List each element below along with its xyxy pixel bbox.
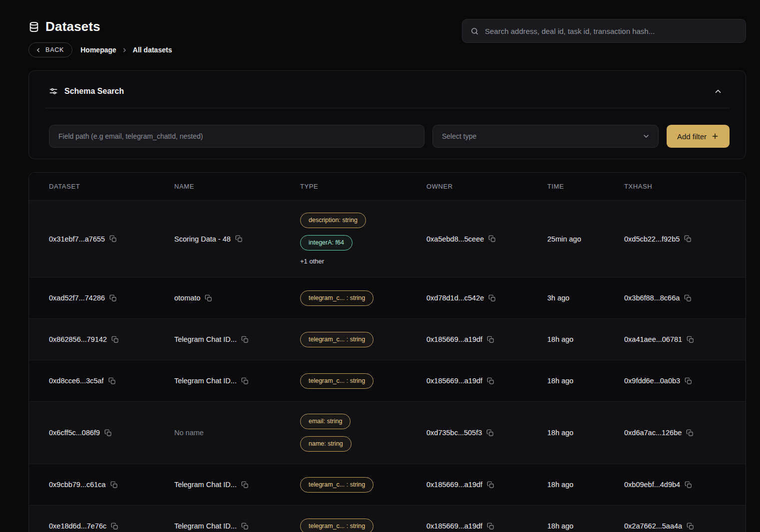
table-row[interactable]: 0x31ebf7...a7655Scoring Data - 48descrip…: [29, 200, 746, 277]
table-row[interactable]: 0x9cbb79...c61caTelegram Chat ID...teleg…: [29, 464, 746, 505]
copy-icon[interactable]: [687, 523, 694, 530]
table-row[interactable]: 0x6cff5c...086f9No nameemail: stringname…: [29, 401, 746, 464]
copy-icon[interactable]: [111, 336, 119, 343]
copy-icon[interactable]: [108, 377, 116, 385]
database-icon: [28, 21, 39, 32]
name-cell: otomato: [174, 294, 300, 302]
copy-icon[interactable]: [110, 481, 118, 489]
copy-icon[interactable]: [235, 235, 243, 243]
time-value: 25min ago: [547, 235, 581, 243]
copy-icon[interactable]: [487, 523, 494, 530]
txhash-value: 0x3b6f88...8c66a: [624, 294, 680, 302]
copy-icon[interactable]: [205, 294, 212, 302]
dataset-name: Telegram Chat ID...: [174, 481, 237, 489]
back-label: BACK: [45, 46, 64, 53]
dataset-cell: 0xe18d6d...7e76c: [49, 522, 174, 530]
name-cell: Scoring Data - 48: [174, 235, 300, 243]
txhash-value: 0xd5cb22...f92b5: [624, 235, 680, 243]
owner-cell: 0xd78d1d...c542e: [426, 294, 547, 302]
time-value: 18h ago: [547, 335, 573, 343]
type-pill: telegram_c... : string: [300, 519, 374, 532]
owner-cell: 0x185669...a19df: [426, 335, 547, 343]
copy-icon[interactable]: [684, 294, 692, 302]
dataset-id: 0x31ebf7...a7655: [49, 235, 105, 243]
copy-icon[interactable]: [686, 429, 694, 437]
back-button[interactable]: BACK: [28, 42, 72, 57]
copy-icon[interactable]: [241, 336, 249, 343]
plus-icon: [711, 132, 719, 140]
dataset-cell: 0x6cff5c...086f9: [49, 429, 174, 437]
time-cell: 18h ago: [547, 377, 624, 385]
topbar: Datasets BACK Homepage: [28, 19, 746, 57]
time-value: 18h ago: [547, 377, 573, 385]
dataset-id: 0x862856...79142: [49, 335, 107, 343]
column-header-name: NAME: [174, 183, 300, 190]
owner-address: 0x185669...a19df: [426, 377, 482, 385]
copy-icon[interactable]: [486, 429, 494, 437]
time-cell: 18h ago: [547, 335, 624, 343]
title-row: Datasets: [28, 19, 172, 34]
time-cell: 18h ago: [547, 522, 624, 530]
table-row[interactable]: 0xad52f7...74286otomatotelegram_c... : s…: [29, 277, 746, 318]
field-path-input[interactable]: [49, 125, 424, 148]
time-value: 18h ago: [547, 522, 573, 530]
table-row[interactable]: 0xd8cce6...3c5afTelegram Chat ID...teleg…: [29, 360, 746, 401]
type-pill: name: string: [300, 436, 352, 452]
copy-icon[interactable]: [109, 294, 117, 302]
table-row[interactable]: 0x862856...79142Telegram Chat ID...teleg…: [29, 318, 746, 360]
column-header-dataset: DATASET: [49, 183, 174, 190]
time-cell: 18h ago: [547, 481, 624, 489]
breadcrumb-items: Homepage All datasets: [80, 46, 172, 54]
dataset-id: 0xe18d6d...7e76c: [49, 522, 106, 530]
types-more-label: +1 other: [300, 258, 324, 265]
breadcrumb-homepage[interactable]: Homepage: [80, 46, 116, 54]
name-cell: Telegram Chat ID...: [174, 481, 300, 489]
owner-address: 0x185669...a19df: [426, 522, 482, 530]
type-cell: telegram_c... : string: [300, 290, 426, 306]
type-cell: description: stringintegerA: f64+1 other: [300, 213, 426, 265]
copy-icon[interactable]: [487, 377, 494, 385]
copy-icon[interactable]: [685, 481, 692, 489]
copy-icon[interactable]: [684, 235, 692, 243]
schema-search-header: Schema Search: [29, 71, 746, 108]
copy-icon[interactable]: [488, 235, 496, 243]
global-search[interactable]: [462, 19, 746, 43]
owner-cell: 0xd735bc...505f3: [426, 429, 547, 437]
search-input[interactable]: [485, 27, 738, 35]
dataset-name: Scoring Data - 48: [174, 235, 231, 243]
txhash-value: 0xd6a7ac...126be: [624, 429, 682, 437]
txhash-cell: 0xd5cb22...f92b5: [624, 235, 738, 243]
copy-icon[interactable]: [104, 429, 112, 437]
copy-icon[interactable]: [487, 336, 494, 343]
txhash-value: 0x2a7662...5aa4a: [624, 522, 682, 530]
schema-search-controls: Select type Add filter: [29, 108, 746, 159]
page: Datasets BACK Homepage: [0, 19, 760, 532]
txhash-cell: 0xd6a7ac...126be: [624, 429, 738, 437]
add-filter-button[interactable]: Add filter: [667, 125, 730, 148]
owner-cell: 0x185669...a19df: [426, 522, 547, 530]
type-cell: email: stringname: string: [300, 414, 426, 452]
breadcrumb-all-datasets[interactable]: All datasets: [133, 46, 172, 54]
column-header-txhash: TXHASH: [624, 183, 738, 190]
copy-icon[interactable]: [109, 235, 117, 243]
column-header-owner: OWNER: [426, 183, 547, 190]
copy-icon[interactable]: [241, 377, 249, 385]
copy-icon[interactable]: [685, 377, 692, 385]
name-cell: Telegram Chat ID...: [174, 335, 300, 343]
topbar-left: Datasets BACK Homepage: [28, 19, 172, 57]
dataset-id: 0xad52f7...74286: [49, 294, 105, 302]
copy-icon[interactable]: [687, 336, 694, 343]
copy-icon[interactable]: [487, 481, 494, 489]
copy-icon[interactable]: [111, 523, 118, 530]
type-select[interactable]: Select type: [432, 125, 659, 148]
copy-icon[interactable]: [241, 481, 249, 489]
type-cell: telegram_c... : string: [300, 519, 426, 532]
copy-icon[interactable]: [488, 294, 496, 302]
table-row[interactable]: 0xe18d6d...7e76cTelegram Chat ID...teleg…: [29, 505, 746, 532]
table-body: 0x31ebf7...a7655Scoring Data - 48descrip…: [29, 200, 746, 532]
copy-icon[interactable]: [241, 523, 249, 530]
owner-address: 0x185669...a19df: [426, 481, 482, 489]
page-title: Datasets: [45, 19, 100, 34]
owner-cell: 0x185669...a19df: [426, 377, 547, 385]
collapse-button[interactable]: [712, 85, 725, 98]
